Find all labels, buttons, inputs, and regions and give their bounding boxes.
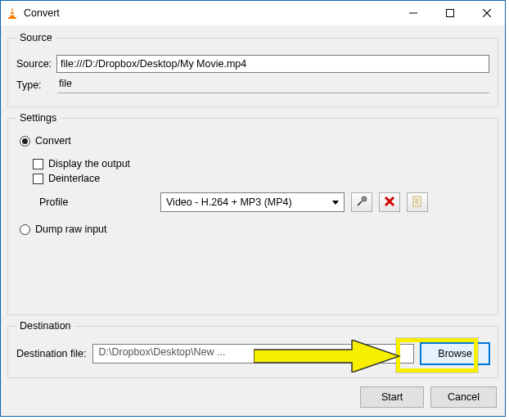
- profile-value: Video - H.264 + MP3 (MP4): [166, 196, 329, 208]
- svg-marker-0: [10, 7, 15, 17]
- start-button[interactable]: Start: [360, 386, 424, 408]
- type-value: file: [57, 76, 489, 93]
- svg-rect-1: [11, 11, 15, 12]
- wrench-icon: [355, 195, 368, 210]
- cancel-button[interactable]: Cancel: [430, 386, 497, 408]
- source-group-legend: Source: [16, 32, 56, 43]
- checkbox-icon: [33, 159, 43, 169]
- window-title: Convert: [24, 7, 60, 19]
- source-label: Source:: [16, 58, 52, 70]
- settings-group: Settings Convert Display the output Dein…: [7, 112, 498, 315]
- checkbox-icon: [33, 174, 43, 184]
- destination-group-legend: Destination: [16, 320, 74, 332]
- convert-radio[interactable]: Convert: [20, 135, 489, 147]
- destination-file-label: Destination file:: [16, 348, 86, 359]
- minimize-button[interactable]: [394, 1, 431, 25]
- client-area: Source Source: Type: file Settings Conve…: [1, 25, 505, 416]
- settings-group-legend: Settings: [16, 112, 60, 124]
- radio-icon: [20, 136, 30, 147]
- convert-radio-label: Convert: [35, 135, 71, 147]
- svg-marker-8: [332, 201, 339, 205]
- edit-profile-button[interactable]: [351, 192, 372, 212]
- source-input[interactable]: [56, 55, 489, 73]
- maximize-button[interactable]: [431, 1, 468, 25]
- deinterlace-label: Deinterlace: [48, 173, 100, 184]
- titlebar: Convert: [1, 1, 505, 25]
- display-output-label: Display the output: [48, 158, 130, 169]
- svg-rect-3: [8, 17, 16, 19]
- profile-combobox[interactable]: Video - H.264 + MP3 (MP4): [160, 192, 345, 212]
- delete-x-icon: [384, 196, 395, 210]
- cancel-button-label: Cancel: [448, 391, 480, 403]
- close-button[interactable]: [468, 1, 505, 25]
- radio-icon: [20, 224, 30, 235]
- new-document-icon: [412, 196, 423, 210]
- deinterlace-checkbox[interactable]: Deinterlace: [33, 173, 489, 184]
- chevron-down-icon: [329, 193, 342, 211]
- profile-label: Profile: [39, 196, 154, 208]
- source-group: Source Source: Type: file: [7, 32, 498, 107]
- new-profile-button[interactable]: [407, 192, 428, 212]
- destination-file-input[interactable]: D:\Dropbox\Desktop\New ...: [92, 344, 414, 364]
- convert-dialog: Convert Source Source: Type: file: [0, 0, 506, 417]
- browse-button[interactable]: Browse: [421, 343, 489, 364]
- type-label: Type:: [16, 79, 51, 91]
- dialog-footer: Start Cancel: [7, 383, 498, 409]
- display-output-checkbox[interactable]: Display the output: [33, 158, 489, 169]
- start-button-label: Start: [381, 391, 403, 403]
- vlc-cone-icon: [6, 7, 19, 20]
- browse-button-label: Browse: [438, 348, 472, 359]
- dump-raw-label: Dump raw input: [35, 224, 107, 235]
- svg-rect-2: [10, 14, 15, 16]
- destination-group: Destination Destination file: D:\Dropbox…: [7, 320, 498, 378]
- dump-raw-radio[interactable]: Dump raw input: [20, 224, 489, 235]
- delete-profile-button[interactable]: [379, 192, 400, 212]
- svg-rect-5: [446, 10, 453, 17]
- svg-rect-12: [413, 196, 421, 206]
